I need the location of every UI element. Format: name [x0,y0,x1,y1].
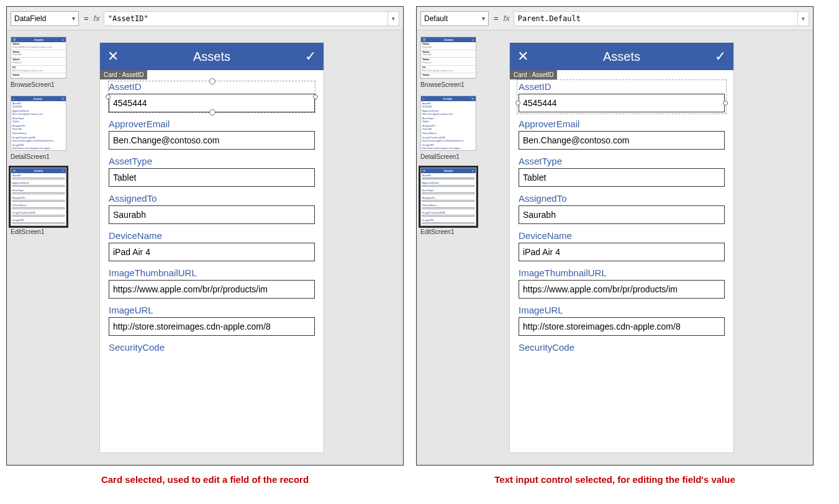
thumb-label: EditScreen1 [11,228,78,235]
field-label: AssignedTo [519,193,725,204]
field-input-approveremail[interactable] [109,131,315,150]
caption-right: Text input control selected, for editing… [416,472,814,487]
fx-icon: fx [94,14,100,23]
field-input-imageurl[interactable] [519,317,725,336]
thumb-browsescreen[interactable]: ☰Assets+ TabletSaurabhBen.Change@contoso… [11,37,78,88]
check-icon[interactable]: ✓ [715,48,726,65]
card-imagethumbnailurl[interactable]: ImageThumbnailURL [519,268,725,299]
thumb-label: DetailScreen1 [420,153,488,160]
field-label: DeviceName [109,230,315,241]
card-devicename[interactable]: DeviceName [109,230,315,261]
property-name: DataField [14,14,46,23]
field-label: DeviceName [519,230,725,241]
formula-bar: Default ▾ = fx ▾ [417,7,813,30]
chevron-down-icon: ▾ [802,16,805,22]
card-assignedto[interactable]: AssignedTo [109,193,315,224]
field-label: SecurityCode [109,342,315,353]
field-label: AssetID [109,81,315,92]
thumb-editscreen[interactable]: ✕Assets✓ AssetID ApproverEmail AssetType… [420,168,488,235]
chevron-down-icon: ▾ [72,15,75,22]
app-header: ✕ Assets ✓ [100,43,324,70]
formula-input[interactable] [104,11,388,26]
property-name: Default [424,14,448,23]
field-label: ApproverEmail [519,119,725,129]
card-imageurl[interactable]: ImageURL [109,305,315,336]
field-label: ImageURL [519,305,725,315]
card-assettype[interactable]: AssetType [519,156,725,187]
chevron-down-icon: ▾ [482,15,485,22]
card-assetid[interactable]: AssetID [517,80,726,114]
close-icon[interactable]: ✕ [517,48,528,65]
formula-input[interactable] [514,11,798,26]
selection-badge: Card : AssetID [510,70,557,79]
field-label: SecurityCode [519,342,725,353]
field-label: AssignedTo [109,193,315,204]
card-securitycode[interactable]: SecurityCode [109,342,315,353]
phone-preview: ✕ Assets ✓ Card : AssetID AssetID [510,43,733,452]
app-title: Assets [603,50,640,64]
phone-preview: ✕ Assets ✓ Card : AssetID AssetID Approv… [100,43,324,452]
field-input-imagethumbnailurl[interactable] [109,280,315,299]
card-assettype[interactable]: AssetType [109,156,315,187]
chevron-down-icon: ▾ [392,16,395,22]
field-input-assetid[interactable] [109,94,315,112]
thumb-label: BrowseScreen1 [420,81,488,88]
equals-icon: = [494,14,499,23]
field-input-imageurl[interactable] [109,317,315,336]
property-dropdown[interactable]: Default ▾ [420,11,489,26]
thumb-detailscreen[interactable]: ‹Assets✎ AssetID4545444 ApproverEmailBen… [11,96,78,160]
thumb-label: BrowseScreen1 [11,81,78,88]
card-imagethumbnailurl[interactable]: ImageThumbnailURL [109,268,315,299]
card-assetid[interactable]: AssetID [109,81,315,112]
field-label: ApproverEmail [109,119,315,129]
pane-body: ☰Assets+ TabletSaurabh TabletSaurabh Tab… [417,30,813,465]
close-icon[interactable]: ✕ [107,48,119,65]
thumb-browsescreen[interactable]: ☰Assets+ TabletSaurabh TabletSaurabh Tab… [420,37,488,88]
field-input-devicename[interactable] [519,243,725,261]
pane-left: DataField ▾ = fx ▾ ☰Assets+ TabletSaurab… [6,6,404,466]
edit-form: AssetID ApproverEmail AssetType [510,70,733,353]
design-canvas[interactable]: ✕ Assets ✓ Card : AssetID AssetID Approv… [81,30,403,465]
card-imageurl[interactable]: ImageURL [519,305,725,336]
field-input-imagethumbnailurl[interactable] [519,280,725,299]
screen-thumbnails: ☰Assets+ TabletSaurabh TabletSaurabh Tab… [417,30,491,465]
card-approveremail[interactable]: ApproverEmail [519,119,725,150]
app-header: ✕ Assets ✓ [510,43,733,70]
formula-expand-button[interactable]: ▾ [388,11,399,26]
edit-form: AssetID ApproverEmail AssetType Ass [100,70,324,353]
field-input-approveremail[interactable] [519,131,725,150]
design-canvas[interactable]: ✕ Assets ✓ Card : AssetID AssetID [491,30,813,465]
field-label: ImageThumbnailURL [109,268,315,278]
field-input-assettype[interactable] [109,168,315,187]
field-input-assignedto[interactable] [109,205,315,224]
formula-expand-button[interactable]: ▾ [798,11,809,26]
thumb-label: DetailScreen1 [11,153,78,160]
screen-thumbnails: ☰Assets+ TabletSaurabhBen.Change@contoso… [7,30,81,465]
field-input-assettype[interactable] [519,168,725,187]
fx-icon: fx [504,14,510,23]
card-assignedto[interactable]: AssignedTo [519,193,725,224]
caption-left: Card selected, used to edit a field of t… [6,472,404,487]
thumb-detailscreen[interactable]: ‹Assets✎ AssetID4545444 ApproverEmailBen… [420,96,488,160]
selection-badge: Card : AssetID [100,70,147,79]
field-label: AssetType [519,156,725,166]
property-dropdown[interactable]: DataField ▾ [11,11,79,26]
card-approveremail[interactable]: ApproverEmail [109,119,315,150]
card-devicename[interactable]: DeviceName [519,230,725,261]
equals-icon: = [84,14,89,23]
field-input-devicename[interactable] [109,243,315,261]
field-input-assetid[interactable] [519,94,725,112]
formula-bar: DataField ▾ = fx ▾ [7,7,403,30]
captions-row: Card selected, used to edit a field of t… [6,472,833,487]
field-input-assignedto[interactable] [519,205,725,224]
app-title: Assets [193,50,230,64]
pane-right: Default ▾ = fx ▾ ☰Assets+ TabletSaurabh … [416,6,814,466]
card-securitycode[interactable]: SecurityCode [519,342,725,353]
pane-body: ☰Assets+ TabletSaurabhBen.Change@contoso… [7,30,403,465]
field-label: ImageThumbnailURL [519,268,725,278]
thumb-editscreen[interactable]: ✕Assets✓ AssetID ApproverEmail AssetType… [11,168,78,235]
field-label: AssetID [519,81,725,92]
field-label: AssetType [109,156,315,166]
thumb-label: EditScreen1 [420,228,488,235]
check-icon[interactable]: ✓ [305,48,316,65]
